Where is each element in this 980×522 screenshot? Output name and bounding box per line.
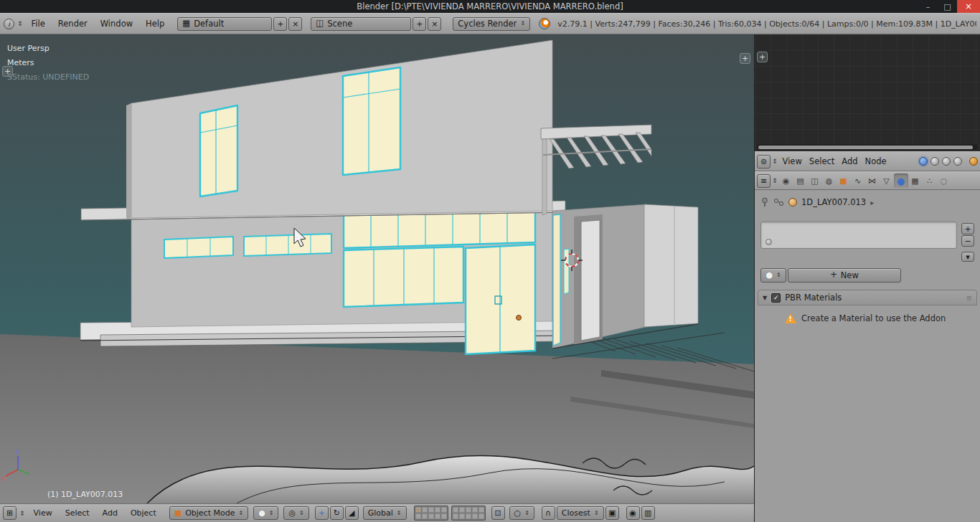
- node-editor-hscrollbar[interactable]: [757, 144, 978, 150]
- 3d-scene[interactable]: z x: [0, 34, 754, 503]
- layers-widget[interactable]: [414, 506, 486, 521]
- mode-selector[interactable]: ■ Object Mode ⇕: [169, 506, 248, 520]
- pbr-materials-panel-header[interactable]: ▼ ✓ PBR Materials ≣: [758, 290, 977, 305]
- slot-add-button[interactable]: +: [961, 223, 974, 234]
- editor-updown-icon[interactable]: ⇕: [771, 158, 779, 165]
- pivot-selector[interactable]: ◎ ⇕: [283, 506, 308, 520]
- layer-cell[interactable]: [466, 513, 471, 519]
- snap-target-button[interactable]: ▣: [606, 506, 619, 520]
- editor-updown-icon[interactable]: ⇕: [16, 20, 24, 27]
- layer-cell[interactable]: [466, 507, 471, 513]
- minimize-button[interactable]: –: [918, 0, 938, 13]
- panel-grip-icon[interactable]: ≣: [966, 294, 972, 302]
- layer-cell[interactable]: [472, 507, 478, 513]
- material-browse-button[interactable]: ● ⇕: [760, 268, 786, 283]
- tab-constraints[interactable]: ∿: [851, 174, 865, 188]
- pin-icon[interactable]: [760, 197, 769, 207]
- screen-layout-selector[interactable]: ▦ Default: [177, 17, 272, 31]
- scene-selector[interactable]: ◫ Scene: [311, 17, 411, 31]
- menu-add[interactable]: Add: [97, 508, 123, 518]
- menu-object[interactable]: Object: [125, 508, 162, 518]
- material-new-button[interactable]: + New: [788, 268, 901, 283]
- panel-expand-icon[interactable]: ▼: [763, 295, 767, 301]
- menu-select[interactable]: Select: [60, 508, 95, 518]
- scrollbar-thumb[interactable]: [758, 146, 973, 149]
- editor-type-3dview-icon[interactable]: ⊞: [3, 506, 17, 520]
- tab-material[interactable]: ●: [894, 174, 908, 188]
- layer-cell[interactable]: [435, 513, 440, 519]
- layer-cell[interactable]: [422, 513, 428, 519]
- screen-add-button[interactable]: +: [273, 17, 287, 31]
- layers-group-1[interactable]: [414, 506, 448, 521]
- menu-help[interactable]: Help: [140, 19, 170, 29]
- render-engine-selector[interactable]: Cycles Render ⇕: [453, 17, 530, 31]
- manipulator-scale-button[interactable]: ◢: [345, 506, 359, 520]
- layer-cell[interactable]: [479, 513, 484, 519]
- slot-remove-button[interactable]: −: [961, 235, 974, 247]
- properties-shelf-open-button[interactable]: +: [740, 53, 750, 64]
- editor-type-properties-icon[interactable]: ≡: [757, 174, 771, 188]
- texture-ball-icon[interactable]: [969, 157, 978, 166]
- shader-type-world-button[interactable]: [942, 157, 951, 166]
- shader-type-linestyle-button[interactable]: [953, 157, 962, 166]
- layer-cell[interactable]: [441, 513, 447, 519]
- layer-cell[interactable]: [472, 513, 478, 519]
- scene-add-button[interactable]: +: [413, 17, 426, 31]
- layer-cell[interactable]: [453, 507, 458, 513]
- editor-type-info-icon[interactable]: i: [4, 19, 14, 29]
- snap-magnet-button[interactable]: ∩: [542, 506, 555, 520]
- tab-texture[interactable]: ▦: [908, 174, 923, 188]
- maximize-button[interactable]: □: [938, 0, 957, 13]
- menu-add[interactable]: Add: [838, 156, 861, 166]
- shader-type-material-button[interactable]: [919, 157, 928, 166]
- tab-render-layers[interactable]: ▤: [793, 174, 808, 188]
- opengl-render-anim-button[interactable]: ▥: [641, 506, 655, 520]
- menu-view[interactable]: View: [28, 508, 58, 518]
- layer-cell[interactable]: [428, 507, 434, 513]
- layer-cell[interactable]: [415, 513, 421, 519]
- menu-node[interactable]: Node: [862, 156, 890, 166]
- pbr-enable-checkbox[interactable]: ✓: [771, 293, 781, 303]
- layer-cell-active[interactable]: [415, 507, 421, 513]
- breadcrumb-tree-name[interactable]: 1D_LAY007.013: [801, 197, 866, 207]
- editor-updown-icon[interactable]: ⇕: [771, 177, 779, 184]
- tab-particles[interactable]: ∴: [923, 174, 937, 188]
- tab-world[interactable]: ◍: [822, 174, 837, 188]
- layer-cell[interactable]: [453, 513, 458, 519]
- material-slot-list[interactable]: [760, 222, 957, 249]
- tab-scene[interactable]: ◫: [808, 174, 822, 188]
- snap-element-selector[interactable]: Closest ⇕: [557, 506, 604, 520]
- shader-type-object-button[interactable]: [930, 157, 939, 166]
- tab-modifiers[interactable]: ⋈: [865, 174, 880, 188]
- layer-cell[interactable]: [435, 507, 440, 513]
- menu-render[interactable]: Render: [52, 19, 93, 29]
- layer-cell[interactable]: [459, 507, 465, 513]
- toolshelf-open-button[interactable]: +: [2, 66, 13, 77]
- scene-delete-button[interactable]: ×: [428, 17, 441, 31]
- manipulator-translate-button[interactable]: +: [315, 506, 329, 520]
- editor-type-node-icon[interactable]: ⊚: [757, 155, 771, 169]
- layer-cell[interactable]: [459, 513, 465, 519]
- menu-select[interactable]: Select: [806, 156, 838, 166]
- manipulator-rotate-button[interactable]: ↻: [330, 506, 344, 520]
- menu-file[interactable]: File: [26, 19, 51, 29]
- slot-specials-menu-button[interactable]: ▾: [961, 252, 974, 262]
- layer-cell[interactable]: [479, 507, 484, 513]
- editor-updown-icon[interactable]: ⇕: [18, 510, 27, 517]
- screen-delete-button[interactable]: ×: [288, 17, 302, 31]
- lock-to-scene-button[interactable]: ⊡: [491, 506, 505, 520]
- layer-cell[interactable]: [422, 507, 428, 513]
- menu-window[interactable]: Window: [95, 19, 138, 29]
- close-button[interactable]: ×: [957, 0, 980, 13]
- orientation-selector[interactable]: Global ⇕: [363, 506, 407, 520]
- layer-cell[interactable]: [428, 513, 434, 519]
- tab-object-data[interactable]: ▽: [880, 174, 894, 188]
- layers-group-2[interactable]: [451, 506, 486, 521]
- tab-physics[interactable]: ◌: [937, 174, 951, 188]
- opengl-render-button[interactable]: ◉: [626, 506, 640, 520]
- tab-render[interactable]: ◉: [779, 174, 793, 188]
- node-toolshelf-open-button[interactable]: +: [757, 52, 768, 62]
- node-editor-canvas[interactable]: +: [755, 34, 980, 151]
- layer-cell[interactable]: [441, 507, 447, 513]
- shading-selector[interactable]: ● ⇕: [253, 506, 278, 520]
